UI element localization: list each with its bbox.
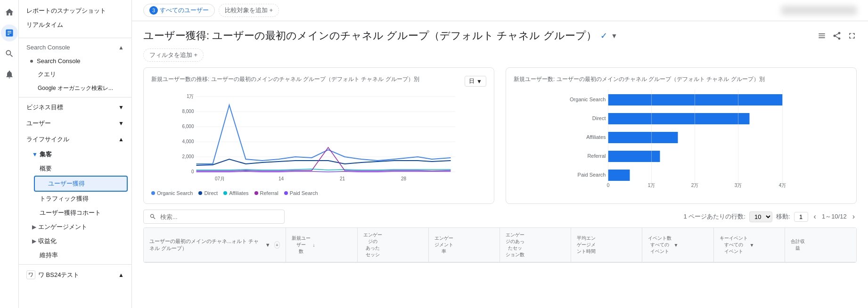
svg-text:Referral: Referral (587, 153, 606, 159)
svg-text:28: 28 (401, 176, 407, 181)
top-bar: 3 すべてのユーザー 比較対象を追加 + (132, 0, 868, 21)
acquisition-subgroup-label[interactable]: ▼ 集客 (26, 147, 131, 162)
analytics-icon[interactable] (1, 24, 18, 41)
page-title: ユーザー獲得: ユーザーの最初のメインのチャネル グループ（デフォルト チャネル… (143, 29, 617, 43)
svg-text:21: 21 (340, 176, 345, 181)
date-select[interactable]: 日 ▼ (465, 76, 486, 87)
search-console-children: Search Console クエリ Google オーガニック検索レ... (19, 55, 131, 95)
page-goto-input[interactable] (794, 212, 808, 222)
workspace-badge: ワ (26, 270, 35, 279)
page-header: ユーザー獲得: ユーザーの最初のメインのチャネル グループ（デフォルト チャネル… (132, 21, 868, 47)
th-dimension: ユーザーの最初のメインのチャネ...ォルト チャネル グループ） ▼ + (144, 228, 286, 262)
th-engage-rate[interactable]: エンゲージメント率 (429, 228, 500, 262)
segment-chip[interactable]: 3 すべてのユーザー (143, 4, 215, 17)
th-revenue[interactable]: 合計収益 (785, 228, 856, 262)
status-icon: ✓ (600, 31, 607, 41)
search-input[interactable] (160, 213, 278, 220)
svg-text:0: 0 (191, 169, 194, 174)
home-icon[interactable] (1, 4, 18, 21)
key-events-dropdown[interactable]: ▼ (750, 243, 754, 248)
columns-icon[interactable] (817, 31, 827, 41)
chevron-right-icon2: ▶ (32, 238, 36, 244)
search-console-parent[interactable]: Search Console (19, 55, 131, 67)
search-table-area: 1 ページあたりの行数: 10 25 50 移動: ‹ 1～10/12 › ユー… (132, 204, 868, 268)
alert-icon[interactable] (1, 66, 18, 83)
search-console-group[interactable]: Search Console ▲ (19, 40, 131, 55)
sort-icon: ↓ (312, 243, 315, 248)
chevron-down-icon2: ▼ (118, 120, 124, 127)
retention-item[interactable]: 維持率 (26, 248, 131, 262)
business-goal-group[interactable]: ビジネス目標 ▼ (19, 99, 131, 115)
svg-text:Direct: Direct (592, 115, 606, 121)
table-wrapper: ユーザーの最初のメインのチャネ...ォルト チャネル グループ） ▼ + 新規ユ… (143, 227, 857, 263)
header-actions (817, 31, 857, 41)
legend-dot-referral (254, 191, 258, 195)
snapshot-link[interactable]: レポートのスナップショット (19, 4, 131, 18)
bar-chart-container: 新規ユーザー数: ユーザーの最初のメインのチャネル グループ（デフォルト チャネ… (506, 67, 857, 204)
legend-referral: Referral (254, 190, 278, 196)
svg-text:2,000: 2,000 (182, 154, 194, 159)
filter-bar: フィルタを追加 + (132, 47, 868, 67)
chevron-down-icon: ▼ (118, 104, 124, 111)
svg-text:8,000: 8,000 (182, 109, 194, 114)
query-item[interactable]: クエリ (19, 67, 131, 81)
search-console-icon[interactable] (1, 45, 18, 62)
th-key-events[interactable]: キーイベントすべてのイベント ▼ (714, 228, 785, 262)
acquisition-group: ▼ 集客 概要 ユーザー獲得 トラフィック獲得 ユーザー獲得コホート (19, 147, 131, 220)
svg-text:07月: 07月 (215, 176, 225, 181)
add-column-icon[interactable]: + (274, 241, 280, 249)
th-events[interactable]: イベント数すべてのイベント ▼ (642, 228, 713, 262)
organic-search-item[interactable]: Google オーガニック検索レ... (19, 81, 131, 95)
user-info (781, 6, 857, 15)
prev-page-button[interactable]: ‹ (812, 211, 818, 222)
bullet-icon (30, 60, 33, 63)
legend-dot-affiliates (223, 191, 227, 195)
events-dropdown[interactable]: ▼ (673, 243, 678, 248)
filter-add-button[interactable]: フィルタを追加 + (143, 49, 204, 62)
user-acquisition-item[interactable]: ユーザー獲得 (34, 176, 128, 192)
lifecycle-group[interactable]: ライフサイクル ▲ (19, 131, 131, 147)
divider3 (19, 264, 131, 265)
table-header-row: ユーザーの最初のメインのチャネ...ォルト チャネル グループ） ▼ + 新規ユ… (144, 228, 856, 262)
th-engage-sessions[interactable]: エンゲージのあったセッシ (358, 228, 429, 262)
divider2 (19, 97, 131, 97)
charts-area: 新規ユーザー数の推移: ユーザーの最初のメインのチャネル グループ（デフォルト … (132, 67, 868, 204)
user-group[interactable]: ユーザー ▼ (19, 115, 131, 131)
legend-affiliates: Affiliates (223, 190, 248, 196)
th-new-users[interactable]: 新規ユーザー数 ↓ (286, 228, 357, 262)
svg-text:Affiliates: Affiliates (586, 134, 606, 140)
th-engage-count[interactable]: エンゲージのあったセッション数 (500, 228, 571, 262)
svg-text:6,000: 6,000 (182, 124, 194, 129)
chevron-up-icon3: ▲ (118, 272, 124, 278)
legend-dot-organic (151, 191, 155, 195)
compare-button[interactable]: 比較対象を追加 + (219, 4, 279, 17)
th-avg-engage[interactable]: 平均エンゲージメント時間 (571, 228, 642, 262)
realtime-link[interactable]: リアルタイム (19, 18, 131, 32)
line-chart-svg: 1万 8,000 6,000 4,000 2,000 0 07月 14 21 2… (151, 91, 486, 185)
dimension-dropdown-icon[interactable]: ▼ (265, 242, 270, 248)
svg-text:14: 14 (278, 176, 284, 181)
cohort-item[interactable]: ユーザー獲得コホート (26, 206, 131, 220)
share-icon[interactable] (832, 31, 842, 41)
overview-item[interactable]: 概要 (26, 162, 131, 176)
search-input-wrap[interactable] (143, 210, 285, 224)
next-page-button[interactable]: › (851, 211, 857, 222)
svg-text:1万: 1万 (187, 94, 194, 99)
bar-organic (608, 94, 783, 105)
traffic-acquisition-item[interactable]: トラフィック獲得 (26, 192, 131, 206)
per-page-select[interactable]: 10 25 50 (749, 211, 772, 222)
legend-direct: Direct (198, 190, 218, 196)
expand-icon[interactable] (847, 31, 857, 41)
legend-paid: Paid Search (284, 190, 318, 196)
bs24-group[interactable]: ワ ワ BS24テスト ▲ (19, 267, 131, 283)
chart-controls: 新規ユーザー数の推移: ユーザーの最初のメインのチャネル グループ（デフォルト … (151, 75, 486, 87)
engagement-section: ▶ エンゲージメント ▶ 収益化 維持率 (19, 220, 131, 262)
engagement-item[interactable]: ▶ エンゲージメント (26, 220, 131, 234)
legend-organic: Organic Search (151, 190, 193, 196)
icon-bar (0, 0, 19, 308)
divider (19, 38, 131, 38)
svg-text:Organic Search: Organic Search (570, 97, 606, 102)
monetize-item[interactable]: ▶ 収益化 (26, 234, 131, 248)
dropdown-icon[interactable]: ▼ (611, 32, 618, 40)
dropdown-chevron: ▼ (476, 78, 482, 85)
